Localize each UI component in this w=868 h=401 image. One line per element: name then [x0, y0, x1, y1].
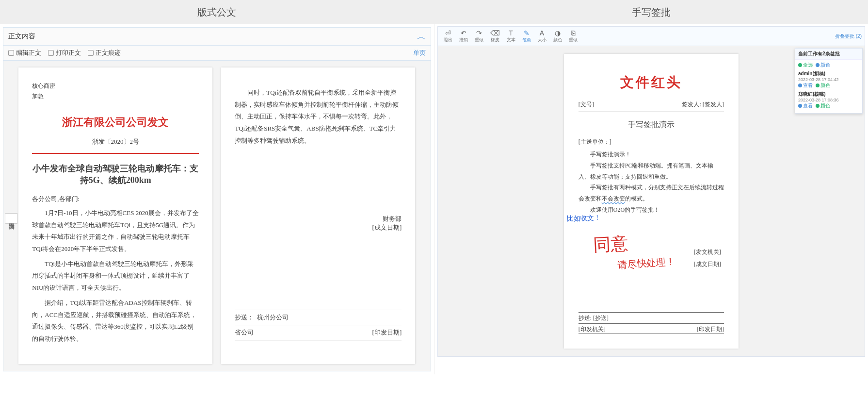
dot-green-icon [816, 104, 820, 108]
left-header: 版式公文 [0, 0, 434, 24]
addressee-field: [主送单位：] [579, 138, 724, 146]
tool-label: 重做 [475, 37, 483, 43]
single-page-link[interactable]: 单页 [413, 49, 426, 56]
doc-page-1: 编辑正文 核心商密 加急 浙江有限公司公司发文 浙发〔2020〕2号 小牛发布全… [18, 67, 212, 364]
tool-重做[interactable]: ⎘重做 [566, 28, 580, 44]
demo-title: 手写签批演示 [579, 120, 724, 130]
tool-glyph-icon: ⏎ [445, 29, 451, 37]
tool-颜色[interactable]: ◑颜色 [550, 28, 565, 44]
urgency: 加急 [32, 92, 199, 100]
traces-icon [88, 50, 94, 56]
right-header: 手写签批 [434, 0, 868, 24]
tool-大小[interactable]: A大小 [535, 28, 549, 44]
tool-文本[interactable]: T文本 [504, 28, 518, 44]
tool-撤销[interactable]: ↶撤销 [456, 28, 471, 44]
tool-label: 重做 [569, 37, 578, 43]
section-header: 正文内容 ︿ [3, 27, 431, 46]
divider-line [235, 310, 402, 310]
editor-body: 文件红头 [文号] 签发人: [签发人] 手写签批演示 [主送单位：] 手写签批… [437, 46, 866, 357]
collapse-caret-icon[interactable]: ︿ [417, 31, 426, 42]
entry-time: 2022-03-28 17:04:42 [798, 77, 859, 82]
document-viewport: 编辑正文 核心商密 加急 浙江有限公司公司发文 浙发〔2020〕2号 小牛发布全… [3, 61, 431, 371]
divider-line [235, 340, 402, 340]
tool-退出[interactable]: ⏎退出 [441, 28, 455, 44]
doc-title: 小牛发布全球自动驾驶三轮电动摩托车：支持5G、续航200km [32, 163, 199, 186]
wavy-underline: 不会改变 [602, 195, 625, 202]
dot-green-icon [798, 63, 802, 67]
security-level: 核心商密 [32, 82, 199, 90]
tag-select-all[interactable]: 全选 [798, 62, 813, 68]
annotation-entry[interactable]: admin(拟稿)2022-03-28 17:04:42查看颜色 [798, 70, 859, 89]
dot-blue-icon [798, 104, 802, 108]
entry-view[interactable]: 查看 [798, 102, 813, 109]
entry-user: 郑晓红(核稿) [798, 91, 859, 98]
red-head-big: 文件红头 [579, 73, 724, 92]
divider-line [235, 325, 402, 325]
thin-line [579, 112, 724, 112]
tool-label: 大小 [538, 37, 547, 43]
issuer-row: 省公司 [印发日期] [235, 327, 402, 338]
copy-to-row: 抄送： 杭州分公司 [235, 312, 402, 323]
print-icon [48, 50, 54, 56]
dot-green-icon [816, 84, 820, 87]
tool-重做[interactable]: ↷重做 [472, 28, 486, 44]
tool-glyph-icon: ↶ [461, 29, 466, 37]
tool-label: 文本 [507, 37, 515, 43]
dot-blue-icon [816, 63, 820, 67]
footer-block: 抄送: [抄送] [印发机关] [印发日期] [579, 311, 724, 334]
edit-icon [8, 50, 14, 56]
signature-block: [发文机关] [成文日期] [694, 248, 721, 272]
para-4: 同时，TQi还配备双前轮自平衡系统，采用全新平衡控制器，实时感应车体倾角并控制前… [235, 87, 402, 147]
section-title: 正文内容 [8, 32, 35, 41]
signature-date: [成文日期] [235, 223, 402, 232]
addressee: 各分公司,各部门: [32, 195, 199, 203]
signer-field: 签发人: [签发人] [682, 100, 723, 109]
red-line [32, 153, 199, 154]
handwriting-red-small: 请尽快处理！ [617, 255, 676, 272]
editor-toolbar: ⏎退出↶撤销↷重做⌫橡皮T文本✎笔画A大小◑颜色⎘重做 折叠签批 (2) [437, 26, 866, 46]
tool-glyph-icon: ↷ [476, 29, 482, 37]
body-p1: 手写签批演示！ [579, 149, 724, 160]
doc-page-2: 同时，TQi还配备双前轮自平衡系统，采用全新平衡控制器，实时感应车体倾角并控制前… [221, 67, 415, 364]
print-body-button[interactable]: 打印正文 [48, 49, 81, 57]
panel-head: 当前工作有2条签批 [795, 49, 862, 60]
tool-label: 橡皮 [491, 37, 499, 43]
tool-glyph-icon: ⌫ [490, 29, 500, 37]
handwriting-red-big: 同意 [593, 232, 628, 257]
tool-glyph-icon: ✎ [524, 29, 530, 37]
body-p2: 手写签批支持PC端和移动端。拥有笔画、文本输入、橡皮等功能；支持回退和重做。 [579, 160, 724, 183]
tool-label: 笔画 [522, 37, 531, 43]
dot-blue-icon [798, 84, 802, 87]
tool-glyph-icon: A [540, 29, 544, 37]
tag-color[interactable]: 颜色 [816, 62, 830, 68]
traces-button[interactable]: 正文痕迹 [88, 49, 121, 57]
tool-glyph-icon: ⎘ [571, 29, 575, 37]
tool-笔画[interactable]: ✎笔画 [519, 28, 534, 44]
tool-label: 颜色 [553, 37, 562, 43]
doc-toolbar: 编辑正文 打印正文 正文痕迹 单页 [3, 46, 431, 61]
side-edit-tab[interactable]: 编辑正文 [5, 213, 18, 224]
entry-color[interactable]: 颜色 [816, 102, 830, 109]
handwriting-blue: 比如收文！ [566, 214, 601, 223]
edit-body-button[interactable]: 编辑正文 [8, 49, 41, 57]
entry-user: admin(拟稿) [798, 70, 859, 77]
annotated-document[interactable]: 文件红头 [文号] 签发人: [签发人] 手写签批演示 [主送单位：] 手写签批… [564, 54, 739, 349]
tool-glyph-icon: T [509, 29, 513, 37]
docnum-field: [文号] [579, 100, 594, 109]
collapse-annotations-link[interactable]: 折叠签批 (2) [835, 33, 862, 40]
para-3: 据介绍，TQi以车距雷达配合ADAS控制车辆刹车、转向，ACC自适应巡航，并搭载… [32, 297, 199, 345]
tool-label: 撤销 [459, 37, 468, 43]
tool-label: 退出 [444, 37, 452, 43]
body-p3: 手写签批有两种模式，分别支持正文在后续流转过程会改变和不会改变的模式。 [579, 182, 724, 204]
entry-view[interactable]: 查看 [798, 82, 813, 89]
annotation-entry[interactable]: 郑晓红(核稿)2022-03-28 17:08:36查看颜色 [798, 91, 859, 109]
tool-glyph-icon: ◑ [555, 29, 561, 37]
signature-dept: 财务部 [235, 215, 402, 223]
tool-橡皮[interactable]: ⌫橡皮 [487, 28, 503, 44]
doc-number: 浙发〔2020〕2号 [32, 137, 199, 146]
para-1: 1月7日-10日，小牛电动亮相CES 2020展会，并发布了全球首款自动驾驶三轮… [32, 207, 199, 255]
entry-time: 2022-03-28 17:08:36 [798, 98, 859, 102]
annotations-panel[interactable]: 当前工作有2条签批 全选 颜色 admin(拟稿)2022-03-28 17:0… [795, 48, 863, 114]
entry-color[interactable]: 颜色 [816, 82, 830, 89]
red-head-title: 浙江有限公司公司发文 [32, 115, 199, 130]
